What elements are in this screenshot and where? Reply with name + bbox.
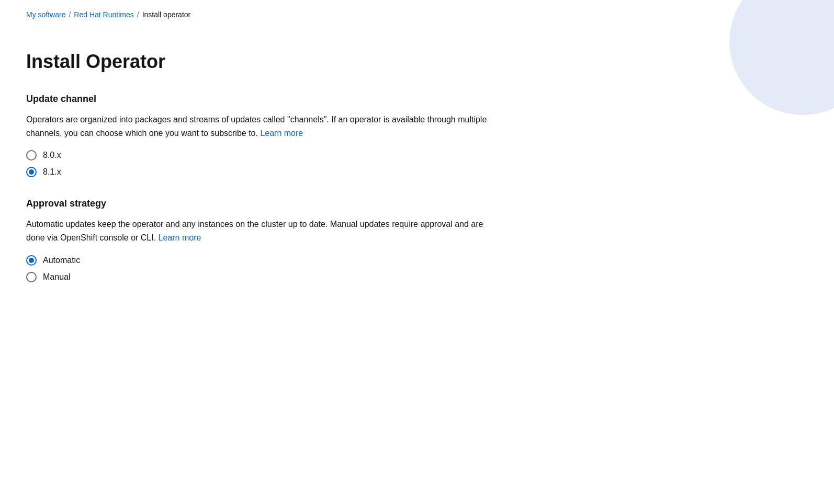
- breadcrumb-separator-2: /: [137, 10, 139, 19]
- page-title: Install Operator: [26, 50, 808, 73]
- breadcrumb: My software / Red Hat Runtimes / Install…: [26, 10, 808, 19]
- approval-strategy-label-automatic: Automatic: [43, 256, 80, 265]
- update-channel-radio-80x[interactable]: [26, 150, 37, 161]
- approval-strategy-title: Approval strategy: [26, 198, 497, 209]
- update-channel-label-80x: 8.0.x: [43, 151, 61, 160]
- approval-strategy-option-automatic[interactable]: Automatic: [26, 255, 497, 266]
- approval-strategy-radio-automatic[interactable]: [26, 255, 37, 266]
- update-channel-option-81x[interactable]: 8.1.x: [26, 167, 497, 177]
- approval-strategy-learn-more-link[interactable]: Learn more: [159, 233, 201, 242]
- breadcrumb-link-red-hat-runtimes[interactable]: Red Hat Runtimes: [74, 10, 133, 19]
- breadcrumb-current: Install operator: [142, 10, 191, 19]
- update-channel-description: Operators are organized into packages an…: [26, 113, 497, 140]
- approval-strategy-radio-manual[interactable]: [26, 272, 37, 282]
- update-channel-learn-more-link[interactable]: Learn more: [260, 129, 303, 138]
- approval-strategy-label-manual: Manual: [43, 272, 70, 282]
- approval-strategy-description: Automatic updates keep the operator and …: [26, 217, 497, 244]
- breadcrumb-separator-1: /: [69, 10, 71, 19]
- update-channel-radio-81x[interactable]: [26, 167, 37, 177]
- update-channel-radio-group: 8.0.x 8.1.x: [26, 150, 497, 177]
- approval-strategy-radio-group: Automatic Manual: [26, 255, 497, 282]
- update-channel-title: Update channel: [26, 94, 497, 105]
- update-channel-option-80x[interactable]: 8.0.x: [26, 150, 497, 161]
- approval-strategy-option-manual[interactable]: Manual: [26, 272, 497, 282]
- update-channel-section: Update channel Operators are organized i…: [26, 94, 497, 177]
- page-wrapper: My software / Red Hat Runtimes / Install…: [0, 0, 834, 329]
- approval-strategy-section: Approval strategy Automatic updates keep…: [26, 198, 497, 282]
- update-channel-label-81x: 8.1.x: [43, 167, 61, 177]
- breadcrumb-link-my-software[interactable]: My software: [26, 10, 65, 19]
